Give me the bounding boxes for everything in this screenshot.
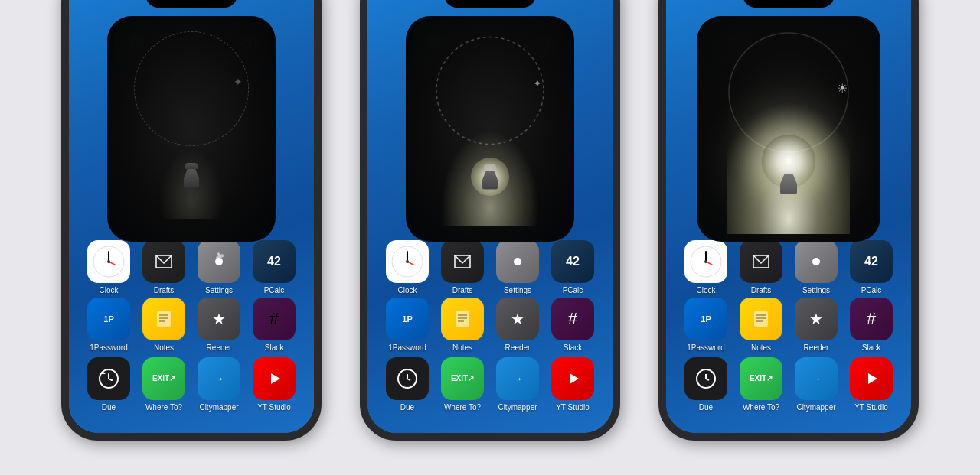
citymapper-app-1[interactable]: → Citymapper bbox=[193, 357, 245, 412]
clock-icon-2[interactable] bbox=[386, 240, 429, 283]
whereto-icon-3[interactable]: EXIT↗ bbox=[740, 357, 782, 400]
citymapper-icon-2[interactable]: → bbox=[496, 357, 539, 400]
notes-icon-3[interactable] bbox=[740, 298, 782, 340]
slack-icon-2[interactable]: # bbox=[551, 298, 594, 340]
due-icon-3[interactable] bbox=[684, 357, 727, 400]
apps-row3-2: Clock Drafts Settings bbox=[380, 240, 600, 294]
drafts-icon-3[interactable] bbox=[740, 240, 782, 283]
drafts-icon-2[interactable] bbox=[441, 240, 484, 283]
due-icon-1[interactable] bbox=[87, 357, 130, 400]
1password-icon-1[interactable]: 1P bbox=[87, 298, 130, 340]
reeder-icon-3[interactable]: ★ bbox=[795, 298, 838, 340]
settings-icon-2[interactable] bbox=[496, 240, 539, 283]
clock-app-1[interactable]: Clock bbox=[83, 240, 135, 294]
1password-app-3[interactable]: 1P 1Password bbox=[680, 298, 732, 352]
settings-app-3[interactable]: Settings bbox=[790, 240, 842, 294]
clock-icon-1[interactable] bbox=[87, 240, 130, 283]
notes-icon-2[interactable] bbox=[441, 298, 484, 340]
notes-icon-1[interactable] bbox=[142, 298, 185, 340]
notes-label-3: Notes bbox=[751, 343, 771, 352]
clock-icon-3[interactable] bbox=[684, 240, 727, 283]
ytstudio-app-1[interactable]: YT Studio bbox=[248, 357, 300, 412]
reeder-app-1[interactable]: ★ Reeder bbox=[193, 298, 245, 352]
due-app-3[interactable]: Due bbox=[680, 357, 732, 412]
settings-label-1: Settings bbox=[205, 286, 233, 294]
whereto-app-2[interactable]: EXIT↗ Where To? bbox=[436, 357, 488, 412]
svg-point-21 bbox=[406, 260, 409, 263]
slack-label-1: Slack bbox=[265, 343, 283, 352]
citymapper-icon-3[interactable]: → bbox=[795, 357, 838, 400]
citymapper-icon-1[interactable]: → bbox=[198, 357, 240, 400]
reeder-icon-1[interactable]: ★ bbox=[198, 298, 240, 340]
pcalc-icon-3[interactable]: 42 bbox=[850, 240, 893, 283]
drafts-app-1[interactable]: Drafts bbox=[138, 240, 190, 294]
slack-icon-3[interactable]: # bbox=[850, 298, 893, 340]
reeder-app-2[interactable]: ★ Reeder bbox=[492, 298, 544, 352]
slack-app-2[interactable]: # Slack bbox=[547, 298, 599, 352]
torch-1 bbox=[184, 163, 199, 188]
drafts-app-3[interactable]: Drafts bbox=[735, 240, 787, 294]
ytstudio-icon-3[interactable] bbox=[850, 357, 893, 400]
pcalc-icon-1[interactable]: 42 bbox=[253, 240, 296, 283]
status-time-3: 14:40 bbox=[684, 0, 715, 1]
app-row5-3: Due EXIT↗ Where To? → Citymapper bbox=[666, 357, 911, 416]
notes-app-2[interactable]: Notes bbox=[436, 298, 488, 352]
settings-label-3: Settings bbox=[802, 286, 830, 294]
svg-point-35 bbox=[704, 260, 707, 263]
due-icon-2[interactable] bbox=[386, 357, 429, 400]
due-app-1[interactable]: Due bbox=[83, 357, 135, 412]
1password-label-3: 1Password bbox=[687, 343, 724, 352]
svg-rect-9 bbox=[157, 311, 171, 327]
ytstudio-icon-2[interactable] bbox=[551, 357, 594, 400]
clock-app-3[interactable]: Clock bbox=[680, 240, 732, 294]
ytstudio-icon-1[interactable] bbox=[253, 357, 296, 400]
settings-icon-1[interactable] bbox=[198, 240, 240, 283]
apps-row4-3: 1P 1Password Notes ★ Reeder bbox=[678, 298, 899, 352]
settings-icon-3[interactable] bbox=[795, 240, 838, 283]
apps-row5-3: Due EXIT↗ Where To? → Citymapper bbox=[678, 357, 899, 412]
pcalc-app-2[interactable]: 42 PCalc bbox=[547, 240, 599, 294]
citymapper-app-2[interactable]: → Citymapper bbox=[492, 357, 544, 412]
wifi-icon-3: wifi bbox=[857, 0, 872, 1]
whereto-app-3[interactable]: EXIT↗ Where To? bbox=[735, 357, 787, 412]
app-row3-1: Clock Drafts Settings bbox=[69, 240, 314, 299]
status-time-2: 14:40 bbox=[386, 0, 416, 1]
pcalc-icon-2[interactable]: 42 bbox=[551, 240, 594, 283]
whereto-app-1[interactable]: EXIT↗ Where To? bbox=[138, 357, 190, 412]
svg-point-7 bbox=[107, 260, 110, 263]
settings-app-2[interactable]: Settings bbox=[492, 240, 544, 294]
whereto-icon-2[interactable]: EXIT↗ bbox=[441, 357, 484, 400]
sun-icon-1: ✦ bbox=[234, 76, 243, 88]
whereto-label-2: Where To? bbox=[444, 403, 481, 412]
slack-icon-1[interactable]: # bbox=[253, 298, 296, 340]
clock-app-2[interactable]: Clock bbox=[381, 240, 433, 294]
citymapper-app-3[interactable]: → Citymapper bbox=[790, 357, 842, 412]
ytstudio-app-3[interactable]: YT Studio bbox=[845, 357, 897, 412]
1password-icon-2[interactable]: 1P bbox=[386, 298, 429, 340]
1password-icon-3[interactable]: 1P bbox=[684, 298, 727, 340]
pcalc-app-1[interactable]: 42 PCalc bbox=[248, 240, 300, 294]
due-app-2[interactable]: Due bbox=[381, 357, 433, 412]
phone-screen-1: 14:40 ▲▲▲ wifi bbox=[69, 0, 314, 433]
slack-app-3[interactable]: # Slack bbox=[845, 298, 897, 352]
svg-rect-37 bbox=[754, 311, 768, 327]
notes-app-3[interactable]: Notes bbox=[735, 298, 787, 352]
status-icons-1: ▲▲▲ wifi bbox=[230, 0, 296, 1]
settings-app-1[interactable]: Settings bbox=[193, 240, 245, 294]
1password-app-1[interactable]: 1P 1Password bbox=[83, 298, 135, 352]
pcalc-app-3[interactable]: 42 PCalc bbox=[845, 240, 897, 294]
drafts-app-2[interactable]: Drafts bbox=[436, 240, 488, 294]
ytstudio-app-2[interactable]: YT Studio bbox=[547, 357, 599, 412]
clock-label-2: Clock bbox=[397, 286, 416, 294]
notes-app-1[interactable]: Notes bbox=[138, 298, 190, 352]
sun-icon-2: ✦ bbox=[533, 77, 542, 89]
slack-app-1[interactable]: # Slack bbox=[248, 298, 300, 352]
app-row3-3: Clock Drafts Settings bbox=[666, 240, 911, 299]
reeder-app-3[interactable]: ★ Reeder bbox=[790, 298, 842, 352]
reeder-icon-2[interactable]: ★ bbox=[496, 298, 539, 340]
1password-app-2[interactable]: 1P 1Password bbox=[381, 298, 433, 352]
flashlight-overlay-1: ✦ bbox=[107, 16, 276, 242]
drafts-icon-1[interactable] bbox=[142, 240, 185, 283]
whereto-icon-1[interactable]: EXIT↗ bbox=[142, 357, 185, 400]
phone-frame-3: 14:40 ▲▲▲ wifi bbox=[658, 0, 919, 441]
